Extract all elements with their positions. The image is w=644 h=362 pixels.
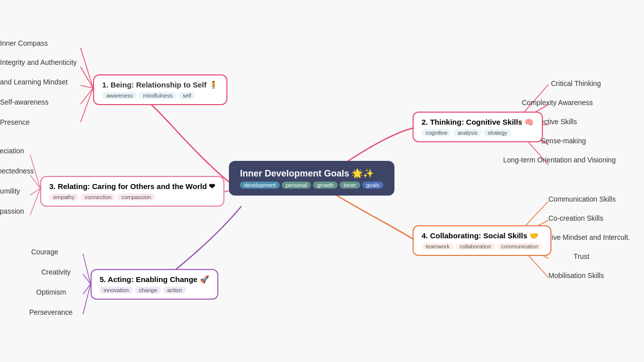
svg-line-2 [80,85,93,88]
relating-leaf-0: Appreciation [0,147,24,155]
acting-leaf-1: Creativity [41,268,70,276]
center-tags: development personal growth inner goals [240,182,383,189]
relating-leaf-1: Connectedness [0,167,34,175]
collaborating-tags: teamwork collaboration communication [422,243,542,250]
tag-growth: growth [313,182,338,189]
thinking-tag-1: analysis [453,129,481,136]
being-node[interactable]: 1. Being: Relationship to Self 🧍 awarene… [93,74,227,105]
svg-line-12 [30,189,40,195]
being-leaf-3: Self-awareness [0,98,49,106]
thinking-title: 2. Thinking: Cognitive Skills 🧠 [422,118,534,127]
relating-leaf-2: Humility [0,187,20,195]
thinking-tags: cognitive analysis strategy [422,129,534,136]
collaborating-tag-0: teamwork [422,243,454,250]
relating-tags: empathy connection compassion [49,194,215,201]
relating-tag-0: empathy [49,194,78,201]
being-tag-2: self [179,92,195,99]
svg-line-21 [83,284,91,294]
thinking-tag-0: cognitive [422,129,451,136]
acting-leaf-3: Perseverance [29,308,72,316]
center-node[interactable]: Inner Development Goals 🌟✨ development p… [229,161,394,196]
thinking-tag-2: strategy [484,129,511,136]
collaborating-leaf-4: Mobilisation Skills [548,272,604,280]
collaborating-title: 4. Collaborating: Social Skills 🤝 [422,231,542,240]
collaborating-leaf-3: Trust [574,252,589,260]
acting-leaf-0: Courage [31,248,58,256]
relating-tag-1: connection [80,194,115,201]
svg-line-1 [80,67,93,88]
acting-tag-2: action [163,287,186,294]
collaborating-leaf-1: Co-creation Skills [548,214,603,222]
svg-line-20 [83,274,91,284]
svg-line-22 [83,284,91,314]
relating-node[interactable]: 3. Relating: Caring for Others and the W… [40,176,224,207]
being-leaf-2: and Learning Mindset [0,78,68,86]
relating-title: 3. Relating: Caring for Others and the W… [49,182,215,191]
acting-tags: innovation change action [100,287,209,294]
thinking-node[interactable]: 2. Thinking: Cognitive Skills 🧠 cognitiv… [413,112,543,142]
tag-development: development [240,182,280,189]
collaborating-leaf-0: Communication Skills [548,195,616,203]
tag-goals: goals [362,182,383,189]
thinking-leaf-0: Critical Thinking [551,79,601,87]
acting-tag-1: change [135,287,161,294]
being-tags: awareness mindfulness self [102,92,218,99]
acting-node[interactable]: 5. Acting: Enabling Change 🚀 innovation … [91,269,218,300]
acting-leaf-2: Optimism [36,288,66,296]
svg-line-3 [80,88,93,104]
collaborating-node[interactable]: 4. Collaborating: Social Skills 🤝 teamwo… [413,225,551,256]
svg-line-4 [80,88,93,122]
acting-title: 5. Acting: Enabling Change 🚀 [100,275,209,284]
collaborating-tag-2: communication [497,243,542,250]
svg-line-11 [30,175,40,189]
acting-tag-0: innovation [100,287,133,294]
svg-line-19 [83,254,91,284]
being-tag-1: mindfulness [139,92,177,99]
thinking-leaf-1: Complexity Awareness [522,99,593,107]
being-leaf-0: Inner Compass [0,39,48,47]
being-leaf-4: Presence [0,118,30,126]
being-tag-0: awareness [102,92,137,99]
svg-line-0 [80,48,93,88]
being-title: 1. Being: Relationship to Self 🧍 [102,80,218,89]
relating-tag-2: compassion [117,194,155,201]
thinking-leaf-4: Long-term Orientation and Visioning [503,156,616,164]
being-leaf-1: Integrity and Authenticity [0,58,77,66]
tag-personal: personal [282,182,311,189]
svg-line-13 [30,189,40,215]
center-title: Inner Development Goals 🌟✨ [240,168,383,179]
tag-inner: inner [340,182,360,189]
collaborating-tag-1: collaboration [456,243,495,250]
relating-leaf-3: Compassion [0,207,24,215]
thinking-leaf-3: Sense-making [541,137,586,145]
